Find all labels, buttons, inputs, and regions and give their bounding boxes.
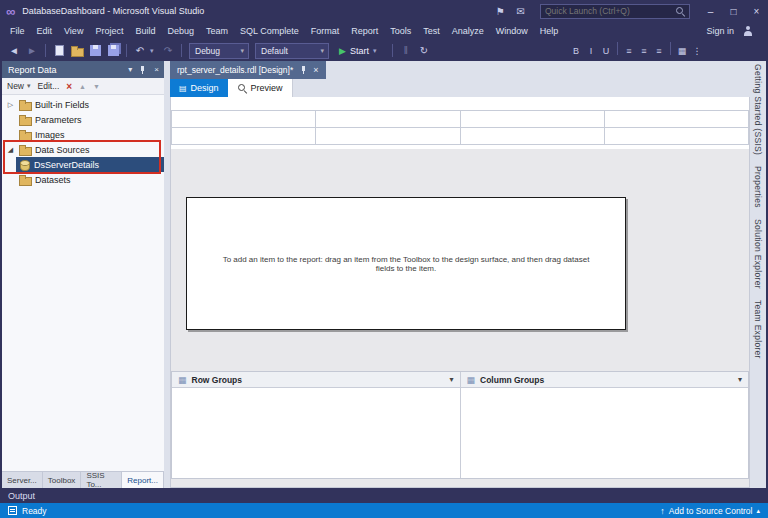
table-cell[interactable] [605,128,749,145]
refresh-button[interactable]: ↻ [416,42,432,59]
italic-button[interactable]: I [584,42,598,59]
sign-in-link[interactable]: Sign in [700,22,742,40]
tree-item-images[interactable]: Images [2,127,164,142]
tree-item-parameters[interactable]: Parameters [2,112,164,127]
menu-tools[interactable]: Tools [384,22,417,40]
document-tab[interactable]: rpt_server_details.rdl [Design]* × [170,61,326,79]
menu-report[interactable]: Report [345,22,384,40]
column-groups-list[interactable] [460,388,749,478]
menu-file[interactable]: File [4,22,31,40]
underline-button[interactable]: U [599,42,613,59]
tab-design[interactable]: ▤ Design [170,79,228,97]
move-down-button[interactable]: ▼ [93,83,100,90]
expander-collapsed-icon[interactable]: ▷ [6,101,15,108]
panel-tab-server-explorer[interactable]: Server... [2,472,43,488]
design-hint-text: To add an item to the report: drag an it… [215,255,597,273]
save-all-button[interactable] [105,42,121,59]
menu-format[interactable]: Format [305,22,346,40]
tree-item-dsserverdetails[interactable]: DsServerDetails [16,157,164,172]
expander-expanded-icon[interactable]: ◢ [6,146,15,153]
table-cell[interactable] [316,111,460,128]
side-tab-solution-explorer[interactable]: Solution Explorer [753,219,763,289]
menu-sql-complete[interactable]: SQL Complete [234,22,305,40]
row-groups-list[interactable] [172,388,460,478]
side-tab-team-explorer[interactable]: Team Explorer [753,300,763,359]
tab-preview[interactable]: Preview [228,79,293,97]
table-cell[interactable] [316,128,460,145]
chevron-down-icon[interactable]: ▾ [738,375,742,384]
menu-edit[interactable]: Edit [31,22,59,40]
feedback-icon[interactable]: ✉ [517,6,525,17]
tree-item-built-in-fields[interactable]: ▷ Built-in Fields [2,97,164,112]
preview-tab-label: Preview [251,83,283,93]
panel-tab-report-data[interactable]: Report... [122,472,164,488]
tree-item-datasets[interactable]: Datasets [2,172,164,187]
row-groups-header: ▦ Row Groups ▾ [172,372,460,387]
menu-debug[interactable]: Debug [161,22,200,40]
menu-analyze[interactable]: Analyze [446,22,490,40]
user-avatar-icon[interactable] [742,25,754,37]
start-label: Start [350,46,369,56]
maximize-button[interactable]: □ [722,0,745,22]
document-tab-label: rpt_server_details.rdl [Design]* [177,65,293,75]
tree-item-data-sources[interactable]: ◢ Data Sources [2,142,164,157]
align-right-button[interactable]: ≡ [652,42,666,59]
new-button[interactable]: New ▾ [7,81,31,91]
open-file-button[interactable] [69,42,85,59]
delete-button[interactable]: × [66,81,72,92]
menu-build[interactable]: Build [129,22,161,40]
panel-tab-toolbox[interactable]: Toolbox [43,472,82,488]
side-tab-getting-started[interactable]: Getting Started (SSIS) [753,64,763,155]
new-file-button[interactable] [51,42,67,59]
window-position-chevron-icon[interactable]: ▾ [128,66,132,74]
menu-view[interactable]: View [58,22,89,40]
visual-studio-logo-icon: ∞ [6,5,15,18]
move-up-button[interactable]: ▲ [79,83,86,90]
pin-icon[interactable] [139,65,147,75]
output-panel-tab[interactable]: Output [0,488,768,503]
undo-dropdown[interactable]: ▾ [150,47,158,55]
design-tab-label: Design [191,83,219,93]
redo-button[interactable]: ↷ [160,42,176,59]
start-debug-button[interactable]: ▶ Start ▾ [333,46,387,56]
solution-configuration-combo[interactable]: Debug ▾ [189,43,249,59]
bold-button[interactable]: B [569,42,583,59]
side-tab-properties[interactable]: Properties [753,166,763,208]
table-cell[interactable] [172,128,316,145]
edit-button[interactable]: Edit... [38,81,60,91]
menu-window[interactable]: Window [490,22,534,40]
close-tab-icon[interactable]: × [313,65,318,75]
align-center-button[interactable]: ≡ [637,42,651,59]
undo-button[interactable]: ↶ [132,42,148,59]
menu-test[interactable]: Test [417,22,446,40]
menu-project[interactable]: Project [89,22,129,40]
status-icon [8,506,17,515]
navigate-backward-button[interactable]: ◄ [6,42,22,59]
borders-button[interactable]: ▦ [675,42,689,59]
table-cell[interactable] [605,111,749,128]
notifications-flag-icon[interactable]: ⚑ [496,6,505,17]
align-left-button[interactable]: ≡ [622,42,636,59]
quick-launch-input[interactable] [545,6,675,16]
pin-icon[interactable] [300,65,308,75]
toolbar-overflow-button[interactable]: ⋮ [690,42,704,59]
document-tab-strip: rpt_server_details.rdl [Design]* × [170,61,750,79]
table-cell[interactable] [461,128,605,145]
menu-help[interactable]: Help [534,22,565,40]
toolbar-separator [181,44,182,57]
minimize-button[interactable]: – [699,0,722,22]
chevron-down-icon[interactable]: ▾ [449,375,453,384]
save-button[interactable] [87,42,103,59]
pause-button[interactable]: ‖ [398,42,414,59]
design-surface[interactable]: To add an item to the report: drag an it… [170,97,750,488]
navigate-forward-button[interactable]: ► [24,42,40,59]
table-cell[interactable] [172,111,316,128]
report-body-placeholder[interactable]: To add an item to the report: drag an it… [186,197,626,330]
menu-team[interactable]: Team [200,22,234,40]
close-button[interactable]: × [745,0,768,22]
solution-platform-combo[interactable]: Default ▾ [255,43,329,59]
close-panel-icon[interactable]: × [154,66,159,74]
table-cell[interactable] [461,111,605,128]
panel-tab-ssis-toolbox[interactable]: SSIS To... [81,472,122,488]
add-to-source-control-button[interactable]: ↑ Add to Source Control ▴ [660,506,760,516]
